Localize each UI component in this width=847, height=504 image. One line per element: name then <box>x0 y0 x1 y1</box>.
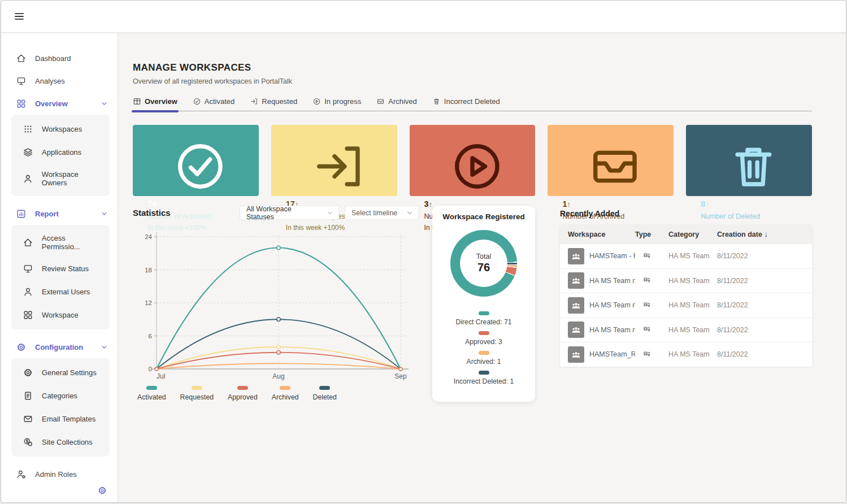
workspace-status-filter-select[interactable]: All Workspace Statuses <box>240 206 339 220</box>
section-label: Configuration <box>35 343 83 351</box>
report-chart-icon <box>16 208 27 219</box>
legend-color-chip <box>319 386 330 390</box>
legend-color-chip <box>237 386 248 390</box>
svg-text:Sep: Sep <box>394 372 407 380</box>
legend-label: Requested <box>180 393 214 401</box>
chevron-down-icon <box>100 210 108 218</box>
creation-date: 8/11/2022 <box>717 350 812 358</box>
creation-date: 8/11/2022 <box>717 277 812 285</box>
recently-added-title: Recently Added <box>560 209 812 218</box>
sidebar-section-report[interactable]: Report <box>1 203 118 224</box>
sidebar-section-overview[interactable]: Overview <box>1 93 118 114</box>
table-row[interactable]: HAMSTeam_Re HA MS Team 8/11/2022 <box>560 342 812 367</box>
table-row[interactable]: HA MS Team n HA MS Team 8/11/2022 <box>560 268 812 293</box>
sidebar-item-general-settings[interactable]: General Settings <box>11 361 110 384</box>
teams-type-icon <box>643 325 651 333</box>
donut-title: Workspace Registered <box>438 212 529 221</box>
legend-item[interactable]: Deleted <box>313 386 337 401</box>
monitor-icon <box>16 76 27 86</box>
monitor-icon <box>23 263 33 274</box>
avatar <box>568 297 584 314</box>
creation-date: 8/11/2022 <box>717 301 812 309</box>
sidebar-item-email-templates[interactable]: Email Templates <box>11 407 110 431</box>
sidebar-item-dashboard[interactable]: Dashboard <box>1 47 118 69</box>
sidebar-item-external-users[interactable]: External Users <box>11 280 110 303</box>
legend-label: Activated <box>137 393 166 401</box>
legend-item[interactable]: Approved <box>228 386 258 401</box>
legend-item[interactable]: Archived <box>272 386 299 401</box>
sidebar-section-configuration[interactable]: Configuration <box>1 336 118 357</box>
column-header-type[interactable]: Type <box>635 231 668 238</box>
people-icon <box>571 251 581 262</box>
creation-date: 8/11/2022 <box>717 252 812 260</box>
table-header: Workspace Type Category Creation date ↓ <box>560 225 812 244</box>
dots-grid-icon <box>23 124 33 134</box>
gear-icon <box>16 342 27 353</box>
workspace-category: HA MS Team <box>668 277 717 285</box>
stat-card-archived: 1↑ Number of Archived In this week +100% <box>548 125 674 196</box>
legend-item[interactable]: Requested <box>180 386 214 401</box>
timeline-filter-select[interactable]: Select timeline <box>345 206 419 220</box>
up-arrow-icon: ↑ <box>429 200 433 208</box>
sidebar-item-applications[interactable]: Applications <box>11 141 110 164</box>
check-circle-icon <box>193 97 201 106</box>
stat-card-requested: 17↑ Number of Requested In this week +10… <box>271 125 397 196</box>
sidebar-item-workspace[interactable]: Workspace <box>11 303 110 327</box>
legend-color-chip <box>280 386 290 390</box>
teams-type-icon <box>643 350 651 358</box>
gear-icon <box>23 367 33 378</box>
tab-label: Requested <box>262 97 297 106</box>
donut-legend-item: Direct Created: 71 <box>438 311 529 326</box>
sidebar-item-label: Dashboard <box>35 54 71 63</box>
tab-activated[interactable]: Activated <box>193 97 234 111</box>
sidebar-item-workspaces[interactable]: Workspaces <box>11 118 110 141</box>
report-subgroup: Access Permissio... Review Status Extern… <box>11 225 110 329</box>
table-row[interactable]: HA MS Team n HA MS Team 8/11/2022 <box>560 318 812 342</box>
main-content: MANAGE WORKSPACES Overview of all regist… <box>118 33 846 502</box>
donut-total-label: Total <box>476 253 491 260</box>
table-row[interactable]: HA MS Team n HA MS Team 8/11/2022 <box>560 293 812 318</box>
grid-icon <box>23 310 33 320</box>
donut-legend-label: Incorrect Deleted: 1 <box>454 377 514 385</box>
sidebar-item-categories[interactable]: Categories <box>11 384 110 407</box>
tab-requested[interactable]: Requested <box>250 97 297 111</box>
workspace-name: HA MS Team n <box>589 326 635 334</box>
column-header-workspace[interactable]: Workspace <box>568 231 635 238</box>
legend-item[interactable]: Activated <box>137 386 166 401</box>
settings-gear-icon[interactable] <box>97 485 107 496</box>
legend-color-chip <box>192 386 202 390</box>
play-circle-icon <box>312 97 321 106</box>
statistics-line-chart: 06121824JulAugSep <box>133 228 419 384</box>
tab-overview[interactable]: Overview <box>133 97 177 111</box>
svg-text:Aug: Aug <box>272 372 284 380</box>
column-header-creation-date[interactable]: Creation date ↓ <box>717 231 812 238</box>
table-row[interactable]: HAMSTeam - F HA MS Team 8/11/2022 <box>560 244 812 268</box>
legend-color-chip <box>146 386 157 390</box>
chevron-down-icon <box>406 209 414 217</box>
column-header-category[interactable]: Category <box>668 231 717 238</box>
section-label: Report <box>35 210 59 218</box>
hamburger-menu-icon[interactable] <box>14 11 25 22</box>
recently-added-table: Workspace Type Category Creation date ↓ … <box>560 225 812 367</box>
sidebar-item-access-permissions[interactable]: Access Permissio... <box>11 228 110 257</box>
sidebar-item-review-status[interactable]: Review Status <box>11 257 110 280</box>
tab-in-progress[interactable]: In progress <box>312 97 361 111</box>
sharepoint-icon <box>23 437 33 447</box>
sign-in-icon <box>286 137 392 196</box>
workspace-category: HA MS Team <box>668 252 717 260</box>
sidebar-item-label: Admin Roles <box>35 470 77 479</box>
sidebar-item-workspace-owners[interactable]: Workspace Owners <box>11 164 110 193</box>
sidebar-item-analyses[interactable]: Analyses <box>1 70 118 92</box>
tab-incorrect-deleted[interactable]: Incorrect Deleted <box>432 97 500 111</box>
workspace-category: HA MS Team <box>668 301 717 309</box>
select-value: Select timeline <box>351 209 397 217</box>
sidebar-item-admin-roles[interactable]: Admin Roles <box>1 463 118 485</box>
sidebar-item-site-collections[interactable]: Site Collections <box>11 431 110 454</box>
person-icon <box>23 286 33 297</box>
archive-box-icon <box>376 97 385 106</box>
app-window: Dashboard Analyses Overview Workspaces <box>1 0 846 503</box>
people-icon <box>571 275 581 286</box>
tab-archived[interactable]: Archived <box>376 97 417 111</box>
overview-subgroup: Workspaces Applications Workspace Owners <box>11 115 110 196</box>
workspace-category: HA MS Team <box>668 326 717 334</box>
